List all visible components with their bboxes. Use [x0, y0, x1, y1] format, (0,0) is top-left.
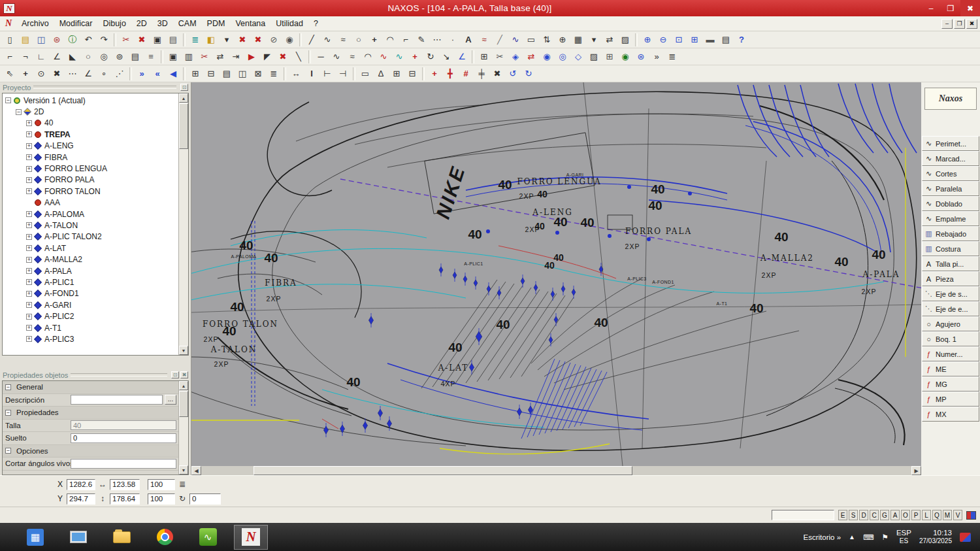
zoom-in-icon[interactable]: ⊕: [640, 33, 655, 47]
move-tool-icon[interactable]: ╋: [442, 67, 458, 81]
property-value[interactable]: [71, 395, 163, 405]
notification-icon[interactable]: [960, 533, 971, 542]
tool-button-pieza[interactable]: APieza: [922, 271, 979, 286]
mdi-restore-button[interactable]: ❐: [954, 19, 965, 29]
layer-letter-d[interactable]: D: [859, 510, 868, 520]
select-pointer-icon[interactable]: ⇖: [2, 67, 18, 81]
snap-node-icon[interactable]: ∘: [96, 67, 112, 81]
expand-icon[interactable]: +: [26, 279, 32, 285]
grid-tool-icon[interactable]: ▦: [570, 33, 586, 47]
tool-button-eje-de-e-[interactable]: ⋱Eje de e...: [922, 301, 979, 316]
dimension-right-icon[interactable]: ⊣: [335, 67, 351, 81]
list-tool-icon[interactable]: ≡: [143, 50, 159, 64]
expand-icon[interactable]: +: [26, 336, 32, 342]
zoom-window-icon[interactable]: ⊞: [687, 33, 702, 47]
wave-edit-icon[interactable]: ∿: [329, 50, 344, 64]
tool-button-eje-de-s-[interactable]: ⋱Eje de s...: [922, 286, 979, 301]
expand-icon[interactable]: +: [26, 268, 32, 274]
collapse-icon[interactable]: −: [5, 384, 11, 390]
ring-tool-icon[interactable]: ◎: [96, 50, 112, 64]
scale-y-field[interactable]: 100: [148, 493, 175, 505]
info-icon[interactable]: ⓘ: [65, 33, 80, 47]
scrollbar-track[interactable]: [201, 466, 911, 475]
expand-icon[interactable]: +: [26, 291, 32, 297]
corner-marker-icon[interactable]: ◤: [259, 50, 275, 64]
tree-item-a-talon[interactable]: +A-TALON: [5, 220, 178, 231]
project-tree-scrollbar[interactable]: ▲ ▼: [178, 93, 188, 355]
copy-entity-icon[interactable]: ▣: [165, 50, 181, 64]
taskbar-file-explorer-icon[interactable]: [61, 525, 95, 550]
flag-tool-icon[interactable]: ▶: [244, 50, 259, 64]
tool-button-cortes[interactable]: ∿Cortes: [922, 166, 979, 181]
expand-icon[interactable]: +: [26, 131, 32, 137]
minimize-button[interactable]: –: [921, 0, 941, 16]
tool-button-mx[interactable]: ƒMX: [922, 407, 979, 422]
snap-angle-icon[interactable]: ∠: [80, 67, 96, 81]
expand-icon[interactable]: +: [26, 188, 32, 194]
next-tool-icon[interactable]: ⇥: [228, 50, 244, 64]
dimension-left-icon[interactable]: ⊢: [319, 67, 335, 81]
flip-tool-icon[interactable]: ⇄: [602, 33, 617, 47]
sheet-tool-icon[interactable]: ▤: [219, 67, 235, 81]
expand-icon[interactable]: +: [26, 245, 32, 251]
copy-icon[interactable]: ▣: [150, 33, 165, 47]
scrollbar-thumb[interactable]: [253, 466, 632, 475]
pencil-tool-icon[interactable]: ✎: [414, 33, 429, 47]
target-snap-icon[interactable]: ⊚: [112, 50, 127, 64]
tree-item-forro-talon[interactable]: +FORRO TALON: [5, 186, 178, 197]
cut-icon[interactable]: ✂: [118, 33, 134, 47]
go-tool-icon[interactable]: »: [649, 50, 664, 64]
expand-icon[interactable]: +: [26, 325, 32, 331]
fast-forward-icon[interactable]: »: [134, 67, 150, 81]
tree-item-a-fond1[interactable]: +A-FOND1: [5, 288, 178, 299]
tool-button-empalme[interactable]: ∿Empalme: [922, 211, 979, 226]
rotate-cw-icon[interactable]: ↻: [521, 67, 536, 81]
box-select-icon[interactable]: ⊠: [250, 67, 266, 81]
tree-item-aaa[interactable]: AAA: [5, 197, 178, 209]
slash-tool-icon[interactable]: ╱: [492, 33, 508, 47]
grid-cells-icon[interactable]: ⊞: [476, 50, 492, 64]
close-button[interactable]: ✖: [960, 0, 980, 16]
rows-tool-icon[interactable]: ⊟: [203, 67, 219, 81]
expand-icon[interactable]: +: [26, 257, 32, 263]
rotate-icon[interactable]: ↻: [178, 494, 187, 503]
snap-intersection-icon[interactable]: ✖: [49, 67, 65, 81]
point-tool-icon[interactable]: ∙: [445, 33, 461, 47]
view-entity-icon[interactable]: ◉: [282, 33, 297, 47]
hide-entity-icon[interactable]: ⊘: [266, 33, 282, 47]
zoom-out-icon[interactable]: ⊖: [655, 33, 671, 47]
tree-item-40[interactable]: +40: [5, 118, 178, 129]
print-icon[interactable]: ▤: [718, 33, 734, 47]
curve-tool-icon[interactable]: ≈: [335, 33, 351, 47]
taskbar-chrome-icon[interactable]: [148, 525, 182, 550]
fill-dropdown-icon[interactable]: ▾: [219, 33, 235, 47]
layer-letter-g[interactable]: G: [880, 510, 889, 520]
expand-icon[interactable]: +: [26, 177, 32, 183]
open-folder-icon[interactable]: ▤: [18, 33, 33, 47]
snap-cross-icon[interactable]: +: [18, 67, 33, 81]
erase-marks-icon[interactable]: ✖: [489, 67, 505, 81]
backslash-tool-icon[interactable]: ╲: [291, 50, 306, 64]
cut-entity-icon[interactable]: ✂: [197, 50, 212, 64]
layer-letter-v[interactable]: V: [953, 510, 962, 520]
diamond-marker-icon[interactable]: ◈: [508, 50, 523, 64]
stretch-tool-icon[interactable]: ⇄: [523, 50, 539, 64]
delta-tool-icon[interactable]: ∆: [373, 67, 389, 81]
corner-top-left-icon[interactable]: ⌐: [2, 50, 18, 64]
tree-item-a-t1[interactable]: +A-T1: [5, 322, 178, 333]
delete-entity-icon[interactable]: ✖: [235, 33, 250, 47]
menu-item-3d[interactable]: 3D: [152, 17, 173, 30]
rect-tool-icon[interactable]: ▭: [523, 33, 539, 47]
tree-root-version[interactable]: −Versión 1 (Actual): [5, 95, 178, 106]
measure-horizontal-icon[interactable]: ↔: [288, 67, 304, 81]
scrollbar-thumb[interactable]: [179, 391, 188, 417]
layer-letter-s[interactable]: S: [849, 510, 858, 520]
taskbar-calculator-icon[interactable]: ▦: [18, 525, 52, 550]
tool-button-talla-pi-[interactable]: ATalla pi...: [922, 256, 979, 271]
menu-item-cam[interactable]: CAM: [173, 17, 202, 30]
layer-letter-m[interactable]: M: [943, 510, 952, 520]
keyboard-icon[interactable]: ⌨: [863, 533, 874, 542]
tree-item-a-leng[interactable]: +A-LENG: [5, 141, 178, 152]
globe-tool-icon[interactable]: ⊛: [633, 50, 649, 64]
tool-button-costura[interactable]: ▥Costura: [922, 241, 979, 256]
